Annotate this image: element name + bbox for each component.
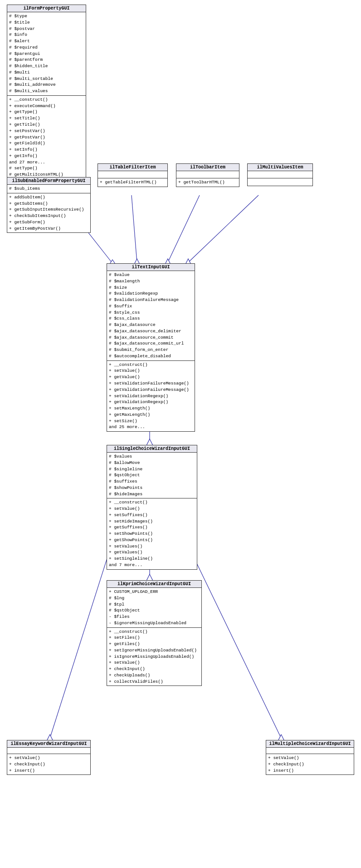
ilFormPropertyGUI-title: ilFormPropertyGUI	[7, 5, 86, 12]
attr-line: # $required	[9, 44, 84, 51]
attr-line: # $ajax_datasource	[109, 322, 193, 328]
ilSingleChoiceWizardInputGUI-attrs: # $values # $allowMove # $singleline # $…	[107, 453, 197, 498]
method-line: + setValue()	[109, 660, 200, 666]
method-line: + __construct()	[109, 362, 193, 368]
ilKprimChoiceWizardInputGUI-methods: + __construct() + setFiles() + getFiles(…	[107, 628, 201, 686]
attr-line: # $hidden_title	[9, 63, 84, 69]
method-line: + __construct()	[109, 499, 195, 506]
ilTableFilterItem-attrs	[98, 171, 167, 178]
method-line: + setValidationRegexp()	[109, 393, 193, 399]
ilSubEnabledFormPropertyGUI-methods: + addSubItem() + getSubItems() + getSubI…	[7, 193, 90, 233]
method-line: + getPostVar()	[9, 134, 84, 141]
attr-line: # $hideImages	[109, 491, 195, 498]
method-line: # setType()	[9, 165, 84, 172]
method-line: + insert()	[268, 768, 352, 774]
ilSingleChoiceWizardInputGUI-title: ilSingleChoiceWizardInputGUI	[107, 445, 197, 453]
method-line: + setValue()	[9, 755, 88, 761]
method-line: + getTitle()	[9, 122, 84, 128]
method-line: + setTitle()	[9, 115, 84, 122]
attr-line: # $type	[9, 13, 84, 20]
ilKprimChoiceWizardInputGUI-title: ilKprimChoiceWizardInputGUI	[107, 581, 201, 588]
method-line: + setSingleline()	[109, 556, 195, 562]
attr-line: # $postvar	[9, 26, 84, 32]
attr-line: # $value	[109, 272, 193, 278]
ilMultiValuesItem-methods	[248, 178, 312, 186]
attr-line: # $autocomplete_disabled	[109, 353, 193, 360]
method-line: + getType()	[9, 109, 84, 115]
attr-line: # $suffixes	[109, 478, 195, 485]
attr-line: # $style_css	[109, 310, 193, 316]
ilSingleChoiceWizardInputGUI-methods: + __construct() + setValue() + setSuffix…	[107, 498, 197, 569]
ilFormPropertyGUI-box: ilFormPropertyGUI # $type # $title # $po…	[7, 5, 86, 179]
svg-line-16	[188, 546, 281, 738]
method-line: + setFiles()	[109, 635, 200, 641]
method-line: + checkSubItemsInput()	[9, 213, 88, 219]
method-line: + getSuffixes()	[109, 524, 195, 531]
method-line: + setSuffixes()	[109, 512, 195, 518]
method-line: + getInfo()	[9, 153, 84, 159]
method-line: + getSubItems()	[9, 201, 88, 207]
ilSubEnabledFormPropertyGUI-attrs: # $sub_items	[7, 185, 90, 193]
ilKprimChoiceWizardInputGUI-box: ilKprimChoiceWizardInputGUI + CUSTOM_UPL…	[107, 580, 202, 686]
method-line: + getValue()	[109, 374, 193, 380]
attr-line: - $ignoreMissingUploadsEnabled	[109, 620, 200, 626]
attr-line: # $maxlength	[109, 278, 193, 285]
ilTextInputGUI-attrs: # $value # $maxlength # $size # $validat…	[107, 271, 195, 361]
attr-line: # $values	[109, 454, 195, 460]
ilToolbarItem-title: ilToolbarItem	[176, 164, 239, 171]
ilEssayKeywordWizardInputGUI-box: ilEssayKeywordWizardInputGUI + setValue(…	[7, 740, 91, 775]
method-line: + collectValidFiles()	[109, 679, 200, 685]
method-line: + getSubInputItemsRecursive()	[9, 207, 88, 213]
method-line: + setValues()	[109, 543, 195, 550]
ilEssayKeywordWizardInputGUI-title: ilEssayKeywordWizardInputGUI	[7, 740, 90, 748]
attr-line: # $suffix	[109, 303, 193, 310]
attr-line: # $tpl	[109, 602, 200, 608]
method-line: + __construct()	[109, 629, 200, 635]
ilTableFilterItem-methods: + getTableFilterHTML()	[98, 178, 167, 187]
method-line: and 27 more...	[9, 159, 84, 166]
svg-marker-13	[146, 574, 153, 581]
attr-line: # $ajax_datasource_delimiter	[109, 328, 193, 335]
attr-line: # $multi_addremove	[9, 82, 84, 88]
attr-line: # $multi_sortable	[9, 76, 84, 82]
ilSubEnabledFormPropertyGUI-title: ilSubEnabledFormPropertyGUI	[7, 178, 90, 185]
method-line: + getTableFilterHTML()	[100, 179, 166, 186]
attr-line: # $parentgui	[9, 51, 84, 57]
method-line: + getSubForm()	[9, 219, 88, 226]
attr-line: # $submit_form_on_enter	[109, 347, 193, 353]
method-line: and 25 more...	[109, 424, 193, 430]
method-line: + setShowPoints()	[109, 531, 195, 537]
attr-line: # $allowMove	[109, 460, 195, 466]
method-line: + checkUploads()	[109, 672, 200, 679]
ilTableFilterItem-title: ilTableFilterItem	[98, 164, 167, 171]
svg-line-14	[50, 546, 111, 738]
ilMultiValuesItem-box: ilMultiValuesItem	[247, 163, 313, 186]
method-line: + setValue()	[109, 506, 195, 512]
method-line: + insert()	[9, 768, 88, 774]
ilSubEnabledFormPropertyGUI-box: ilSubEnabledFormPropertyGUI # $sub_items…	[7, 177, 91, 233]
method-line: + checkInput()	[268, 761, 352, 768]
method-line: + setValue()	[109, 368, 193, 374]
ilToolbarItem-methods: + getToolbarHTML()	[176, 178, 239, 187]
ilEssayKeywordWizardInputGUI-methods: + setValue() + checkInput() + insert()	[7, 754, 90, 774]
ilTableFilterItem-box: ilTableFilterItem + getTableFilterHTML()	[98, 163, 168, 187]
attr-line: # $sub_items	[9, 186, 88, 192]
attr-line: # $lng	[109, 595, 200, 602]
ilTextInputGUI-methods: + __construct() + setValue() + getValue(…	[107, 361, 195, 431]
method-line: + getFieldId()	[9, 140, 84, 147]
method-line: + getToolbarHTML()	[178, 179, 237, 186]
ilTextInputGUI-title: ilTextInputGUI	[107, 264, 195, 271]
ilKprimChoiceWizardInputGUI-attrs: + CUSTOM_UPLOAD_ERR # $lng # $tpl # $qst…	[107, 588, 201, 628]
ilSingleChoiceWizardInputGUI-box: ilSingleChoiceWizardInputGUI # $values #…	[107, 445, 197, 570]
ilMultipleChoiceWizardInputGUI-title: ilMultipleChoiceWizardInputGUI	[266, 740, 354, 748]
ilMultipleChoiceWizardInputGUI-box: ilMultipleChoiceWizardInputGUI + setValu…	[266, 740, 354, 775]
method-line: + getValidationRegexp()	[109, 399, 193, 405]
attr-line: # $size	[109, 285, 193, 291]
ilMultipleChoiceWizardInputGUI-attrs	[266, 748, 354, 754]
method-line: + setIgnoreMissingUploadsEnabled()	[109, 647, 200, 654]
method-line: + getValidationFailureMessage()	[109, 387, 193, 393]
attr-line: # $singleline	[109, 466, 195, 473]
method-line: + setHideImages()	[109, 518, 195, 525]
attr-line: # $qstObject	[109, 472, 195, 478]
method-line: + checkInput()	[109, 666, 200, 672]
